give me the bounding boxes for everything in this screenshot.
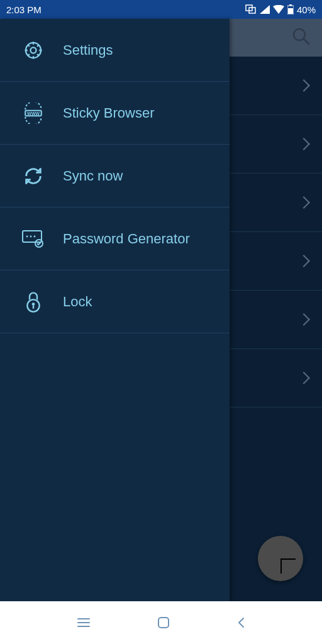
multi-window-icon (245, 4, 257, 14)
svg-line-6 (304, 39, 309, 44)
lock-icon (21, 291, 45, 313)
globe-www-icon: WWW (21, 103, 45, 124)
svg-point-17 (32, 303, 35, 306)
sync-icon (21, 165, 45, 187)
chevron-right-icon (297, 372, 310, 384)
drawer-item-label: Lock (63, 294, 92, 310)
status-icons: 40% (245, 4, 316, 15)
drawer-item-label: Sync now (63, 168, 123, 184)
home-button[interactable] (156, 615, 171, 630)
svg-text:WWW: WWW (27, 111, 40, 116)
svg-point-7 (30, 47, 36, 53)
recents-button[interactable] (76, 616, 91, 629)
battery-pct: 40% (297, 4, 316, 15)
chevron-right-icon (297, 313, 310, 326)
svg-rect-4 (288, 8, 293, 14)
chevron-right-icon (297, 196, 310, 209)
system-nav-bar (0, 601, 322, 644)
svg-point-13 (30, 235, 32, 237)
chevron-right-icon (297, 79, 310, 92)
drawer-item-lock[interactable]: Lock (0, 270, 230, 333)
drawer-item-browser[interactable]: WWW Sticky Browser (0, 82, 230, 145)
drawer-item-label: Settings (63, 42, 113, 58)
back-button[interactable] (236, 615, 246, 630)
gear-icon (21, 40, 45, 61)
drawer-item-sync[interactable]: Sync now (0, 145, 230, 208)
chevron-right-icon (297, 138, 310, 150)
status-time: 2:03 PM (6, 4, 42, 15)
svg-rect-11 (23, 231, 42, 242)
cell-signal-icon (260, 5, 270, 14)
navigation-drawer: Settings WWW Sticky Browser (0, 19, 230, 601)
drawer-item-label: Password Generator (63, 231, 190, 247)
svg-point-12 (26, 235, 28, 237)
search-icon[interactable] (292, 27, 311, 48)
drawer-item-settings[interactable]: Settings (0, 19, 230, 82)
password-card-icon (21, 230, 45, 248)
drawer-item-label: Sticky Browser (63, 105, 154, 121)
svg-point-14 (34, 235, 36, 237)
svg-rect-22 (158, 618, 169, 628)
add-button[interactable] (258, 536, 303, 581)
battery-icon (287, 4, 294, 14)
status-bar: 2:03 PM 40% (0, 0, 322, 19)
svg-point-8 (26, 42, 41, 57)
wifi-icon (273, 5, 284, 14)
drawer-item-password-generator[interactable]: Password Generator (0, 208, 230, 270)
chevron-right-icon (297, 255, 310, 267)
